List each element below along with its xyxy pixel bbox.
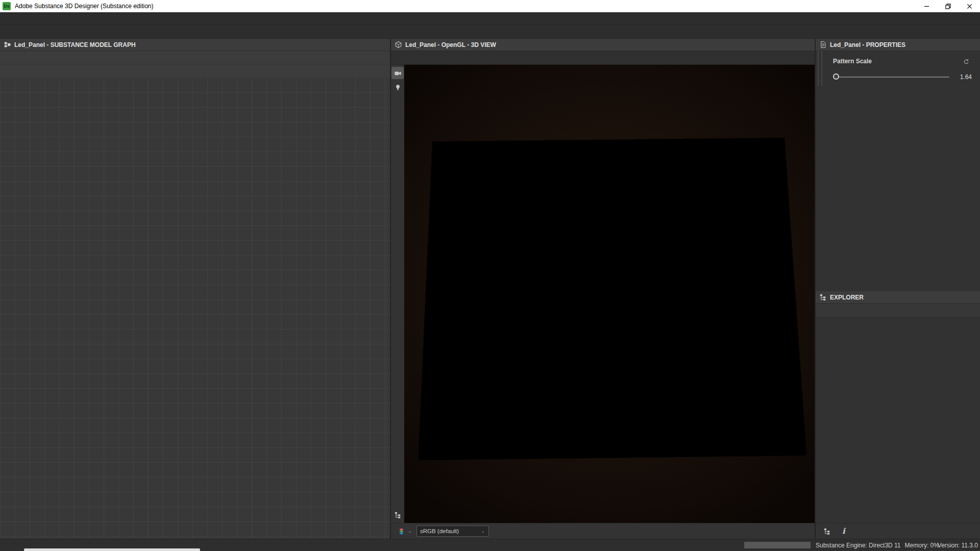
restore-button[interactable] (937, 0, 959, 12)
explorer-tab-icon[interactable] (821, 525, 833, 537)
pattern-scale-group: Pattern Scale 1.64 (816, 51, 980, 86)
app-window: Ds Adobe Substance 3D Designer (Substanc… (0, 0, 980, 551)
explorer-header: EXPLORER (816, 291, 980, 304)
colorspace-value: sRGB (default) (420, 528, 459, 534)
memory-status: Memory: 0% (905, 542, 939, 549)
properties-empty-area (816, 86, 980, 291)
properties-title: Led_Panel - PROPERTIES (830, 41, 905, 48)
layers-chevron-icon: ⌄ (407, 529, 412, 534)
3d-view-side-strip (391, 65, 404, 523)
3d-view-header: Led_Panel - OpenGL - 3D VIEW (391, 39, 815, 51)
camera-mode-button[interactable] (391, 67, 404, 79)
light-mode-button[interactable] (391, 81, 404, 93)
cube-icon (395, 41, 402, 48)
reset-value-button[interactable] (960, 55, 972, 67)
properties-header: Led_Panel - PROPERTIES (816, 39, 980, 51)
scene-outliner-button[interactable] (391, 509, 404, 521)
close-window-button[interactable] (959, 0, 980, 12)
engine-status: Substance Engine: Direct3D 11 (816, 542, 901, 549)
substance-model-graph-panel: Led_Panel - SUBSTANCE MODEL GRAPH (0, 39, 390, 539)
right-dock: Led_Panel - PROPERTIES Pattern Scale 1.6… (816, 39, 980, 539)
3d-view-menubar (391, 51, 815, 65)
pattern-scale-label: Pattern Scale (833, 58, 872, 65)
slider-handle[interactable] (833, 73, 839, 80)
menu-bar (0, 12, 980, 24)
explorer-title: EXPLORER (830, 294, 864, 301)
model-graph-icon (4, 41, 11, 48)
colorspace-layers-icon[interactable] (395, 525, 407, 537)
minimize-button[interactable] (916, 0, 937, 12)
main-toolbar (0, 24, 980, 39)
graph-toolbar-row1 (0, 51, 390, 64)
3d-viewport[interactable] (404, 65, 815, 523)
tree-icon (819, 293, 827, 301)
graph-panel-header: Led_Panel - SUBSTANCE MODEL GRAPH (0, 39, 390, 51)
memory-meter (744, 542, 811, 548)
pattern-scale-slider[interactable] (833, 77, 949, 78)
app-logo-icon: Ds (3, 2, 11, 10)
graph-panel-title: Led_Panel - SUBSTANCE MODEL GRAPH (14, 41, 136, 48)
document-icon (819, 41, 827, 48)
title-bar: Ds Adobe Substance 3D Designer (Substanc… (0, 0, 980, 12)
info-tab-icon[interactable]: i (842, 527, 845, 536)
chevron-down-icon: ⌄ (480, 529, 485, 534)
colorspace-select[interactable]: sRGB (default) ⌄ (416, 525, 489, 537)
progress-sliver (24, 548, 200, 551)
version-status: Version: 11.3.0 (938, 542, 978, 549)
node-graph-canvas[interactable] (0, 78, 390, 539)
right-dock-tabs: i (816, 523, 980, 539)
status-bar: Substance Engine: Direct3D 11 Memory: 0%… (0, 539, 980, 551)
3d-view-title: Led_Panel - OpenGL - 3D VIEW (405, 41, 496, 48)
3d-view-panel: Led_Panel - OpenGL - 3D VIEW (391, 39, 815, 539)
pattern-scale-value[interactable]: 1.64 (949, 73, 972, 81)
graph-toolbar-row2 (0, 64, 390, 78)
explorer-empty-area (816, 317, 980, 523)
explorer-toolbar (816, 304, 980, 317)
led-panel-mesh (419, 138, 806, 460)
window-title: Adobe Substance 3D Designer (Substance e… (15, 3, 154, 10)
3d-view-bottom-bar: ⌄ sRGB (default) ⌄ (391, 523, 815, 539)
node-wires (0, 78, 390, 539)
